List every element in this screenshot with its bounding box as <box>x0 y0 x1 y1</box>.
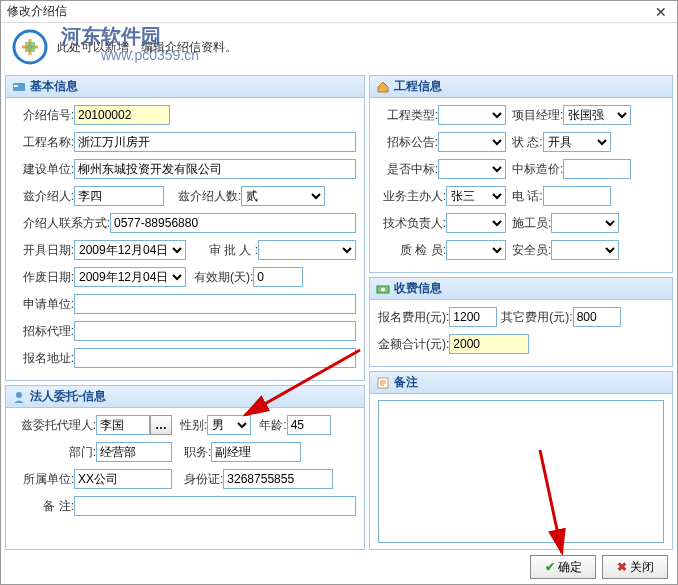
letter-no-input[interactable] <box>74 105 170 125</box>
cross-icon: ✖ <box>617 560 627 574</box>
safety-select[interactable] <box>551 240 619 260</box>
qc-label: 质 检 员: <box>378 242 446 259</box>
person-icon <box>12 390 26 404</box>
panel-basic: 基本信息 介绍信号: 工程名称: 建设单位: 兹介绍人: 兹介绍人数:贰 介绍人… <box>5 75 365 381</box>
build-unit-label: 建设单位: <box>14 161 74 178</box>
dept-input[interactable] <box>96 442 172 462</box>
svg-rect-3 <box>14 85 18 87</box>
post-label: 职务: <box>184 444 211 461</box>
price-input[interactable] <box>563 159 631 179</box>
svg-point-6 <box>381 287 385 291</box>
build-unit-input[interactable] <box>74 159 356 179</box>
idcard-input[interactable] <box>223 469 333 489</box>
void-date-label: 作废日期: <box>14 269 74 286</box>
panel-legal-title: 法人委托-信息 <box>30 388 106 405</box>
card-icon <box>12 80 26 94</box>
panel-remark: 备注 <box>369 371 673 550</box>
age-label: 年龄: <box>259 417 286 434</box>
void-date-select[interactable]: 2009年12月04日 <box>74 267 186 287</box>
panel-remark-title: 备注 <box>394 374 418 391</box>
valid-days-label: 有效期(天): <box>194 269 253 286</box>
builder-label: 施工员: <box>512 215 551 232</box>
ok-button[interactable]: ✔确定 <box>530 555 596 579</box>
panel-project-title: 工程信息 <box>394 78 442 95</box>
tech-label: 技术负责人: <box>378 215 446 232</box>
post-input[interactable] <box>211 442 301 462</box>
winbid-select[interactable] <box>438 159 506 179</box>
panel-project: 工程信息 工程类型: 项目经理:张国强 招标公告: 状 态:开具 是否中标: 中… <box>369 75 673 273</box>
intro-count-select[interactable]: 贰 <box>241 186 325 206</box>
safety-label: 安全员: <box>512 242 551 259</box>
reg-fee-label: 报名费用(元): <box>378 309 449 326</box>
remark-textarea[interactable] <box>378 400 664 543</box>
other-fee-input[interactable] <box>573 307 621 327</box>
winbid-label: 是否中标: <box>378 161 438 178</box>
approver-label: 审 批 人 : <box>194 242 258 259</box>
dept-label: 部门: <box>14 444 96 461</box>
note-icon <box>376 376 390 390</box>
unit-input[interactable] <box>74 469 172 489</box>
agent-browse-button[interactable]: … <box>150 415 172 435</box>
legal-remark-input[interactable] <box>74 496 356 516</box>
approver-select[interactable] <box>258 240 356 260</box>
house-icon <box>376 80 390 94</box>
agent-input[interactable] <box>96 415 150 435</box>
addr-label: 报名地址: <box>14 350 74 367</box>
tender-label: 招标公告: <box>378 134 438 151</box>
gender-select[interactable]: 男 <box>207 415 251 435</box>
issue-date-label: 开具日期: <box>14 242 74 259</box>
pm-select[interactable]: 张国强 <box>563 105 631 125</box>
panel-fee: 收费信息 报名费用(元): 其它费用(元): 金额合计(元): <box>369 277 673 367</box>
valid-days-input[interactable] <box>253 267 303 287</box>
status-select[interactable]: 开具 <box>543 132 611 152</box>
apply-unit-label: 申请单位: <box>14 296 74 313</box>
owner-label: 业务主办人: <box>378 188 446 205</box>
window-title: 修改介绍信 <box>7 3 651 20</box>
bid-agent-label: 招标代理: <box>14 323 74 340</box>
total-fee-label: 金额合计(元): <box>378 336 449 353</box>
age-input[interactable] <box>287 415 331 435</box>
tender-select[interactable] <box>438 132 506 152</box>
builder-select[interactable] <box>551 213 619 233</box>
proj-name-input[interactable] <box>74 132 356 152</box>
svg-rect-1 <box>25 42 35 52</box>
status-label: 状 态: <box>512 134 543 151</box>
pm-label: 项目经理: <box>512 107 563 124</box>
close-button[interactable]: ✖关闭 <box>602 555 668 579</box>
tech-select[interactable] <box>446 213 506 233</box>
owner-select[interactable]: 张三 <box>446 186 506 206</box>
header: 河东软件园 www.pc0359.cn 此处可以新增、编辑介绍信资料。 <box>1 23 677 71</box>
contact-input[interactable] <box>110 213 356 233</box>
legal-remark-label: 备 注: <box>14 498 74 515</box>
addr-input[interactable] <box>74 348 356 368</box>
svg-point-4 <box>16 392 22 398</box>
money-icon <box>376 282 390 296</box>
total-fee-input[interactable] <box>449 334 529 354</box>
introducer-label: 兹介绍人: <box>14 188 74 205</box>
panel-basic-title: 基本信息 <box>30 78 78 95</box>
panel-legal: 法人委托-信息 兹委托代理人:… 性别:男 年龄: 部门: 职务: 所属单位: … <box>5 385 365 550</box>
titlebar: 修改介绍信 ✕ <box>1 1 677 23</box>
intro-count-label: 兹介绍人数: <box>178 188 241 205</box>
contact-label: 介绍人联系方式: <box>14 215 110 232</box>
proj-name-label: 工程名称: <box>14 134 74 151</box>
idcard-label: 身份证: <box>184 471 223 488</box>
close-icon[interactable]: ✕ <box>651 4 671 20</box>
unit-label: 所属单位: <box>14 471 74 488</box>
price-label: 中标造价: <box>512 161 563 178</box>
reg-fee-input[interactable] <box>449 307 497 327</box>
phone-label: 电 话: <box>512 188 543 205</box>
check-icon: ✔ <box>545 560 555 574</box>
issue-date-select[interactable]: 2009年12月04日 <box>74 240 186 260</box>
introducer-input[interactable] <box>74 186 164 206</box>
header-icon <box>11 28 49 66</box>
qc-select[interactable] <box>446 240 506 260</box>
other-fee-label: 其它费用(元): <box>501 309 572 326</box>
bid-agent-input[interactable] <box>74 321 356 341</box>
phone-input[interactable] <box>543 186 611 206</box>
apply-unit-input[interactable] <box>74 294 356 314</box>
proj-type-select[interactable] <box>438 105 506 125</box>
agent-label: 兹委托代理人: <box>14 417 96 434</box>
panel-fee-title: 收费信息 <box>394 280 442 297</box>
gender-label: 性别: <box>180 417 207 434</box>
